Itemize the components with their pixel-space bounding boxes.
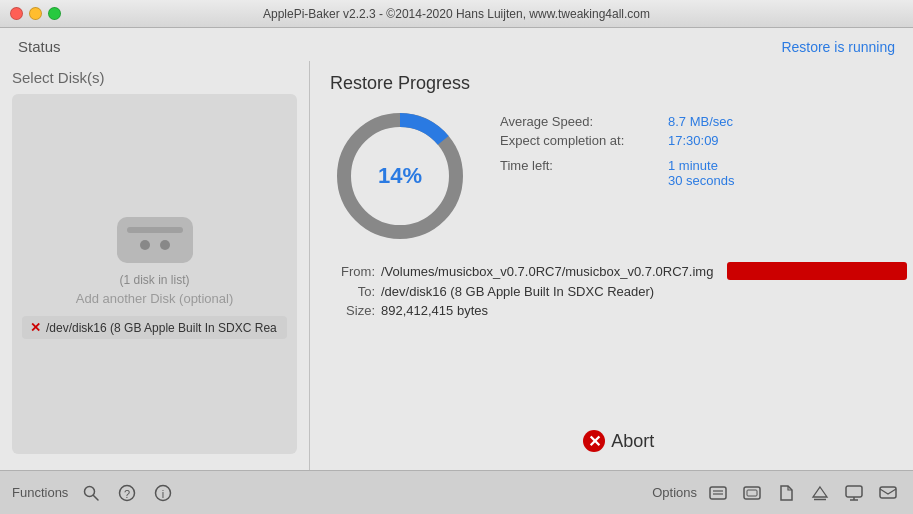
svg-point-3	[160, 240, 170, 250]
svg-rect-19	[846, 486, 862, 497]
svg-rect-0	[117, 217, 193, 263]
search-icon	[82, 484, 100, 502]
bottom-toolbar: Functions ? i	[0, 470, 913, 514]
disk-item-label: /dev/disk16 (8 GB Apple Built In SDXC Re…	[46, 321, 277, 335]
status-label: Status	[18, 38, 61, 55]
svg-line-7	[94, 495, 99, 500]
size-row: Size: 892,412,415 bytes	[330, 303, 907, 318]
restore-progress-title: Restore Progress	[330, 73, 907, 94]
file-icon	[777, 484, 795, 502]
completion-label: Expect completion at:	[500, 133, 660, 148]
svg-point-2	[140, 240, 150, 250]
window-controls[interactable]	[10, 7, 61, 20]
svg-rect-15	[744, 487, 760, 499]
time-val-1: 1 minute	[668, 158, 735, 173]
abort-icon: ✕	[583, 430, 605, 452]
time-values: 1 minute 30 seconds	[668, 158, 735, 188]
completion-value: 17:30:09	[668, 133, 719, 148]
search-icon-button[interactable]	[78, 480, 104, 506]
time-left-row: Time left: 1 minute 30 seconds	[500, 158, 735, 188]
help-icon-button[interactable]: ?	[114, 480, 140, 506]
options-label: Options	[652, 485, 697, 500]
time-left-label: Time left:	[500, 158, 660, 173]
svg-text:?: ?	[124, 487, 130, 499]
list-icon-button[interactable]	[705, 480, 731, 506]
file-progress-bar	[727, 262, 907, 280]
svg-text:i: i	[162, 487, 164, 499]
to-row: To: /dev/disk16 (8 GB Apple Built In SDX…	[330, 284, 907, 299]
size-value: 892,412,415 bytes	[381, 303, 488, 318]
close-button[interactable]	[10, 7, 23, 20]
disk-list-item[interactable]: ✕ /dev/disk16 (8 GB Apple Built In SDXC …	[22, 316, 287, 339]
stats-section: Average Speed: 8.7 MB/sec Expect complet…	[500, 106, 735, 188]
top-bar: Status Restore is running	[0, 28, 913, 61]
right-panel: Restore Progress 14% Average Speed:	[310, 61, 913, 470]
progress-section: 14% Average Speed: 8.7 MB/sec Expect com…	[330, 106, 907, 246]
monitor-icon-button[interactable]	[841, 480, 867, 506]
toolbar-left: Functions ? i	[12, 480, 176, 506]
abort-button[interactable]: ✕ Abort	[567, 424, 670, 458]
content-area: Select Disk(s) (1 disk in list) Add anot…	[0, 61, 913, 470]
from-value: /Volumes/musicbox_v0.7.0RC7/musicbox_v0.…	[381, 264, 713, 279]
minimize-button[interactable]	[29, 7, 42, 20]
completion-row: Expect completion at: 17:30:09	[500, 133, 735, 148]
title-bar: ApplePi-Baker v2.2.3 - ©2014-2020 Hans L…	[0, 0, 913, 28]
select-disks-title: Select Disk(s)	[12, 69, 297, 86]
card-icon-button[interactable]	[739, 480, 765, 506]
left-panel: Select Disk(s) (1 disk in list) Add anot…	[0, 61, 310, 470]
time-left-section: Time left: 1 minute 30 seconds	[500, 158, 735, 188]
add-disk-text: Add another Disk (optional)	[76, 291, 234, 306]
functions-label: Functions	[12, 485, 68, 500]
disk-count-text: (1 disk in list)	[119, 273, 189, 287]
svg-marker-17	[813, 487, 827, 497]
time-val-2: 30 seconds	[668, 173, 735, 188]
list-icon	[708, 484, 728, 502]
avg-speed-value: 8.7 MB/sec	[668, 114, 733, 129]
abort-label: Abort	[611, 431, 654, 452]
from-row: From: /Volumes/musicbox_v0.7.0RC7/musicb…	[330, 262, 907, 280]
donut-chart: 14%	[330, 106, 470, 246]
eject-icon-button[interactable]	[807, 480, 833, 506]
svg-rect-22	[880, 487, 896, 498]
to-label: To:	[330, 284, 375, 299]
from-label: From:	[330, 264, 375, 279]
disk-remove-icon[interactable]: ✕	[30, 320, 41, 335]
info-icon-button[interactable]: i	[150, 480, 176, 506]
app-title: ApplePi-Baker v2.2.3 - ©2014-2020 Hans L…	[263, 7, 650, 21]
help-icon: ?	[118, 484, 136, 502]
disk-area: (1 disk in list) Add another Disk (optio…	[12, 94, 297, 454]
eject-icon	[811, 484, 829, 502]
donut-percent: 14%	[378, 163, 422, 189]
info-icon: i	[154, 484, 172, 502]
to-value: /dev/disk16 (8 GB Apple Built In SDXC Re…	[381, 284, 654, 299]
message-icon-button[interactable]	[875, 480, 901, 506]
maximize-button[interactable]	[48, 7, 61, 20]
message-icon	[878, 484, 898, 502]
monitor-icon	[844, 484, 864, 502]
svg-rect-1	[127, 227, 183, 233]
file-icon-button[interactable]	[773, 480, 799, 506]
svg-rect-12	[710, 487, 726, 499]
svg-rect-16	[747, 490, 757, 496]
toolbar-right: Options	[652, 480, 901, 506]
abort-section: ✕ Abort	[330, 416, 907, 458]
app-body: Status Restore is running Select Disk(s)…	[0, 28, 913, 514]
restore-running-status: Restore is running	[781, 39, 895, 55]
size-label: Size:	[330, 303, 375, 318]
disk-icon	[115, 209, 195, 267]
file-info: From: /Volumes/musicbox_v0.7.0RC7/musicb…	[330, 262, 907, 318]
avg-speed-label: Average Speed:	[500, 114, 660, 129]
avg-speed-row: Average Speed: 8.7 MB/sec	[500, 114, 735, 129]
card-icon	[742, 484, 762, 502]
